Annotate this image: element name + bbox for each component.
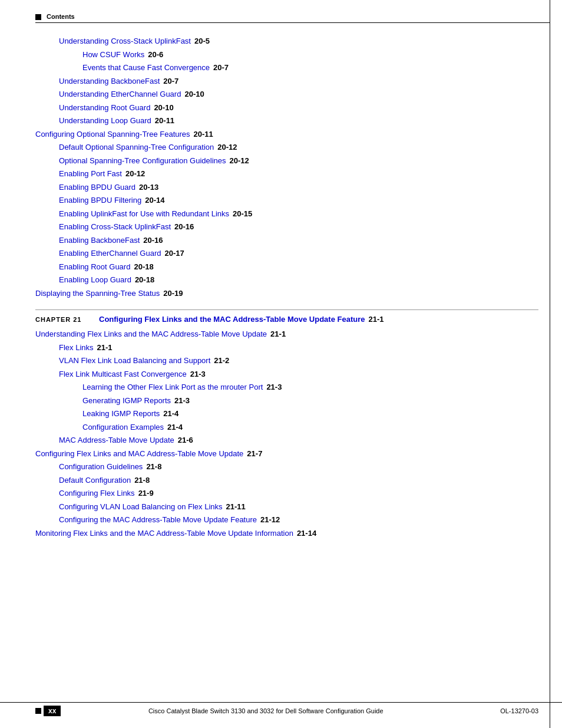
toc-page-num: 21-11 <box>226 501 246 513</box>
toc-entry: Leaking IGMP Reports21-4 <box>82 408 538 420</box>
toc-link[interactable]: Configuration Guidelines <box>59 461 143 473</box>
toc-link[interactable]: Monitoring Flex Links and the MAC Addres… <box>35 528 293 539</box>
toc-page-num: 21-12 <box>260 514 280 526</box>
toc-page-num: 20-7 <box>213 62 229 74</box>
toc-link[interactable]: Enabling EtherChannel Guard <box>59 248 161 259</box>
toc-entry: VLAN Flex Link Load Balancing and Suppor… <box>59 355 538 367</box>
top-border <box>35 22 550 23</box>
toc-page-num: 21-3 <box>190 368 206 380</box>
toc-page-num: 21-7 <box>247 448 262 460</box>
toc-entry: Flex Link Multicast Fast Convergence21-3 <box>59 368 538 380</box>
chapter-label: CHAPTER 21 <box>35 316 94 323</box>
toc-entry: Generating IGMP Reports21-3 <box>82 395 538 407</box>
toc-link[interactable]: Configuring Flex Links and MAC Address-T… <box>35 448 243 460</box>
toc-entry: Understanding BackboneFast20-7 <box>59 75 538 87</box>
toc-entry: Configuring Optional Spanning-Tree Featu… <box>35 129 538 140</box>
toc-link[interactable]: Enabling Root Guard <box>59 261 130 273</box>
toc-link[interactable]: Flex Link Multicast Fast Convergence <box>59 368 187 380</box>
toc-entry: Configuration Examples21-4 <box>82 421 538 433</box>
toc-entry: Enabling BPDU Filtering20-14 <box>59 195 538 206</box>
toc-link[interactable]: Understanding BackboneFast <box>59 75 160 87</box>
toc-page-num: 21-14 <box>297 528 316 539</box>
toc-link[interactable]: Enabling BPDU Filtering <box>59 195 141 206</box>
toc-page-num: 21-3 <box>266 381 282 393</box>
toc-link[interactable]: Configuring Flex Links <box>59 487 135 499</box>
toc-page-num: 20-7 <box>163 75 178 87</box>
right-border <box>550 0 550 728</box>
toc-entry: Configuring Flex Links and MAC Address-T… <box>35 448 538 460</box>
toc-page-num: 20-11 <box>194 129 213 140</box>
toc-entry: Optional Spanning-Tree Configuration Gui… <box>59 155 538 167</box>
toc-entry: Enabling Loop Guard20-18 <box>59 274 538 286</box>
toc-page-num: 21-6 <box>178 434 193 446</box>
toc-entry: Displaying the Spanning-Tree Status20-19 <box>35 288 538 299</box>
toc-page-num: 20-13 <box>139 182 158 193</box>
chapter-entries-container: Understanding Flex Links and the MAC Add… <box>35 328 538 539</box>
toc-page-num: 21-2 <box>214 355 229 367</box>
toc-link[interactable]: Enabling UplinkFast for Use with Redunda… <box>59 208 229 220</box>
toc-page-num: 20-10 <box>154 102 173 114</box>
toc-entry: Configuring the MAC Address-Table Move U… <box>59 514 538 526</box>
footer-center-text: Cisco Catalyst Blade Switch 3130 and 303… <box>67 707 465 714</box>
toc-page-num: 21-8 <box>146 461 161 473</box>
toc-link[interactable]: Displaying the Spanning-Tree Status <box>35 288 160 299</box>
toc-link[interactable]: Configuring the MAC Address-Table Move U… <box>59 514 257 526</box>
toc-link[interactable]: MAC Address-Table Move Update <box>59 434 174 446</box>
toc-link[interactable]: Configuring Optional Spanning-Tree Featu… <box>35 129 190 140</box>
toc-link[interactable]: Default Optional Spanning-Tree Configura… <box>59 141 214 153</box>
toc-link[interactable]: Understanding Flex Links and the MAC Add… <box>35 328 267 340</box>
toc-link[interactable]: Understanding Root Guard <box>59 102 150 114</box>
chapter-page-num: 21-1 <box>368 315 384 324</box>
toc-page-num: 20-12 <box>125 168 145 180</box>
toc-page-num: 21-4 <box>163 408 178 420</box>
toc-page-num: 20-16 <box>143 235 163 246</box>
footer-page: xx <box>44 706 61 716</box>
toc-link[interactable]: Understanding Loop Guard <box>59 115 151 127</box>
chapter-title-link[interactable]: Configuring Flex Links and the MAC Addre… <box>99 315 384 324</box>
toc-link[interactable]: Configuring VLAN Load Balancing on Flex … <box>59 501 223 513</box>
toc-page-num: 20-19 <box>163 288 183 299</box>
toc-page-num: 20-15 <box>233 208 252 220</box>
toc-entry: Enabling Root Guard20-18 <box>59 261 538 273</box>
toc-link[interactable]: Optional Spanning-Tree Configuration Gui… <box>59 155 226 167</box>
toc-page-num: 20-12 <box>217 141 237 153</box>
toc-link[interactable]: VLAN Flex Link Load Balancing and Suppor… <box>59 355 210 367</box>
header-label: Contents <box>47 13 75 20</box>
toc-page-num: 21-3 <box>174 395 190 407</box>
toc-link[interactable]: How CSUF Works <box>82 49 144 61</box>
toc-link[interactable]: Understanding EtherChannel Guard <box>59 88 181 100</box>
toc-entry: Learning the Other Flex Link Port as the… <box>82 381 538 393</box>
toc-link[interactable]: Enabling BPDU Guard <box>59 182 135 193</box>
toc-entry: Enabling Cross-Stack UplinkFast20-16 <box>59 221 538 233</box>
toc-link[interactable]: Events that Cause Fast Convergence <box>82 62 210 74</box>
toc-entry: Understanding Cross-Stack UplinkFast20-5 <box>59 35 538 47</box>
toc-link[interactable]: Enabling BackboneFast <box>59 235 140 246</box>
toc-link[interactable]: Enabling Loop Guard <box>59 274 131 286</box>
toc-link[interactable]: Configuration Examples <box>82 421 164 433</box>
toc-page-num: 20-18 <box>134 261 153 273</box>
toc-page-num: 20-18 <box>135 274 154 286</box>
toc-link[interactable]: Learning the Other Flex Link Port as the… <box>82 381 263 393</box>
toc-link[interactable]: Enabling Port Fast <box>59 168 122 180</box>
toc-entry: Configuring Flex Links21-9 <box>59 487 538 499</box>
toc-page-num: 20-12 <box>230 155 249 167</box>
toc-page-num: 21-9 <box>138 487 154 499</box>
toc-link[interactable]: Generating IGMP Reports <box>82 395 171 407</box>
chapter-row: CHAPTER 21Configuring Flex Links and the… <box>35 309 538 324</box>
toc-entry: Default Configuration21-8 <box>59 475 538 486</box>
toc-link[interactable]: Enabling Cross-Stack UplinkFast <box>59 221 171 233</box>
toc-page-num: 21-8 <box>134 475 150 486</box>
toc-link[interactable]: Flex Links <box>59 342 94 354</box>
chapter-container: CHAPTER 21Configuring Flex Links and the… <box>35 309 538 324</box>
header: Contents <box>35 13 75 20</box>
toc-entry: Default Optional Spanning-Tree Configura… <box>59 141 538 153</box>
toc-link[interactable]: Default Configuration <box>59 475 131 486</box>
page: Contents Understanding Cross-Stack Uplin… <box>0 0 562 728</box>
toc-page-num: 21-1 <box>270 328 286 340</box>
toc-page-num: 20-16 <box>174 221 194 233</box>
footer-square <box>35 708 41 714</box>
toc-link[interactable]: Understanding Cross-Stack UplinkFast <box>59 35 191 47</box>
toc-link[interactable]: Leaking IGMP Reports <box>82 408 160 420</box>
toc-entry: Understanding Loop Guard20-11 <box>59 115 538 127</box>
toc-page-num: 20-14 <box>145 195 164 206</box>
